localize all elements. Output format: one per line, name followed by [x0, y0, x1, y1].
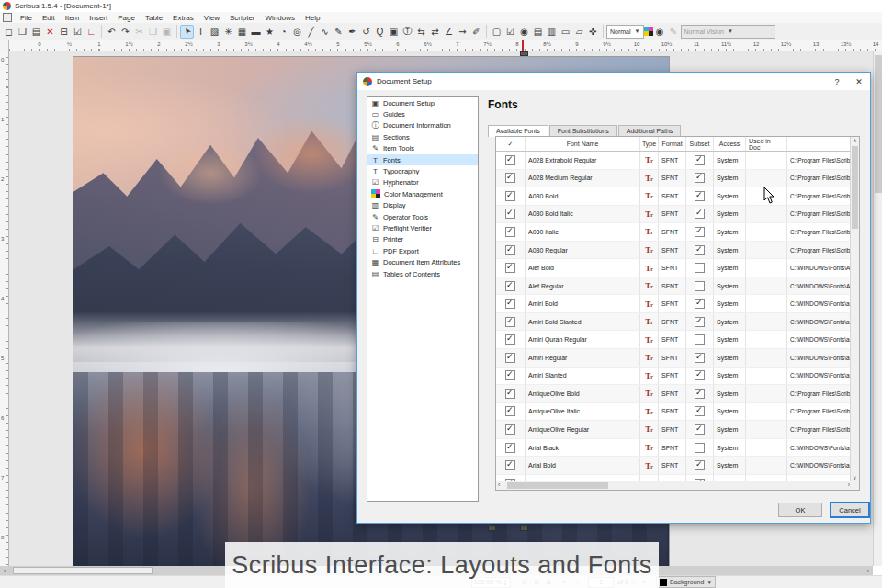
font-subset-checkbox[interactable]: [695, 317, 705, 327]
horizontal-ruler[interactable]: 0½11½22½33½44½55½66½77½88½99½1010½1111½1…: [9, 40, 882, 51]
sidebar-item-typography[interactable]: TTypography: [368, 165, 478, 176]
insert-render-frame-icon[interactable]: ✳: [221, 25, 235, 39]
font-enabled-cell[interactable]: [496, 385, 526, 402]
sidebar-item-item-tools[interactable]: ✎Item Tools: [368, 143, 478, 154]
font-subset-cell[interactable]: [686, 457, 714, 474]
font-subset-checkbox[interactable]: [695, 245, 705, 255]
link-text-frames-icon[interactable]: ⇆: [414, 25, 428, 39]
sidebar-item-color-management[interactable]: Color Management: [368, 188, 478, 199]
font-subset-checkbox[interactable]: [695, 209, 705, 219]
table-row[interactable]: AntiqueOlive RegularTrSFNTSystemC:\Progr…: [496, 421, 859, 439]
font-enabled-checkbox[interactable]: [505, 227, 515, 237]
ruler-origin-corner[interactable]: [0, 40, 9, 51]
font-enabled-checkbox[interactable]: [505, 281, 515, 291]
font-subset-checkbox[interactable]: [695, 406, 705, 416]
unlink-text-frames-icon[interactable]: ⇄: [428, 25, 442, 39]
table-vscroll-thumb[interactable]: [852, 146, 858, 229]
table-row[interactable]: AntiqueOlive ItalicTrSFNTSystemC:\Progra…: [496, 403, 859, 422]
table-row[interactable]: A028 Extrabold RegularTrSFNTSystemC:\Pro…: [496, 152, 859, 170]
zoom-icon[interactable]: Q: [373, 25, 387, 39]
table-row[interactable]: Arial BlackTrSFNTSystemC:\WINDOWS\Fonts\…: [496, 439, 859, 458]
redo-icon[interactable]: ↷: [119, 25, 132, 39]
column-header-Access[interactable]: Access: [714, 137, 746, 151]
font-enabled-cell[interactable]: [496, 295, 526, 312]
table-row[interactable]: Amiri Quran RegularTrSFNTSystemC:\WINDOW…: [496, 331, 859, 349]
column-header-Format[interactable]: Format: [659, 137, 686, 151]
font-enabled-cell[interactable]: [496, 331, 526, 348]
insert-calligraphic-line-icon[interactable]: ✒: [345, 25, 359, 39]
font-enabled-checkbox[interactable]: [505, 389, 515, 399]
insert-bezier-curve-icon[interactable]: ∿: [318, 25, 332, 39]
font-enabled-cell[interactable]: [496, 187, 526, 205]
font-subset-checkbox[interactable]: [695, 227, 705, 237]
font-subset-checkbox[interactable]: [695, 460, 705, 470]
dialog-help-button[interactable]: ?: [826, 73, 848, 90]
pdf-radio-button-icon[interactable]: ◉: [517, 25, 531, 39]
font-subset-cell[interactable]: [686, 331, 714, 348]
menu-view[interactable]: View: [199, 14, 224, 22]
font-enabled-cell[interactable]: [496, 259, 526, 277]
table-row[interactable]: A028 Medium RegularTrSFNTSystemC:\Progra…: [496, 170, 859, 188]
font-enabled-checkbox[interactable]: [505, 155, 515, 165]
insert-freehand-line-icon[interactable]: ✎: [332, 25, 345, 39]
scroll-right-icon[interactable]: ›: [864, 566, 873, 575]
font-subset-checkbox[interactable]: [695, 281, 705, 291]
font-subset-cell[interactable]: [686, 242, 714, 259]
font-subset-cell[interactable]: [686, 368, 714, 385]
sidebar-item-printer[interactable]: ⊟Printer: [368, 234, 478, 245]
sidebar-item-hyphenator[interactable]: ☑Hyphenator: [368, 177, 478, 188]
horizontal-scrollbar-thumb[interactable]: [13, 567, 153, 574]
cut-icon[interactable]: ✂: [132, 25, 146, 39]
table-vertical-scrollbar[interactable]: ∧∨: [850, 137, 859, 490]
table-row[interactable]: Alef RegularTrSFNTSystemC:\WINDOWS\Fonts…: [496, 277, 859, 296]
font-enabled-checkbox[interactable]: [505, 209, 515, 219]
font-enabled-cell[interactable]: [496, 349, 526, 367]
menu-file[interactable]: File: [16, 14, 37, 22]
menu-insert[interactable]: Insert: [85, 14, 112, 22]
insert-polygon-icon[interactable]: ★: [263, 25, 277, 39]
font-subset-checkbox[interactable]: [695, 173, 705, 183]
column-header-Used in Doc[interactable]: Used in Doc: [746, 137, 787, 151]
font-subset-checkbox[interactable]: [695, 263, 705, 273]
font-enabled-cell[interactable]: [496, 439, 526, 457]
sidebar-item-guides[interactable]: ▭Guides: [368, 108, 478, 119]
menu-item[interactable]: Item: [61, 14, 85, 22]
table-row[interactable]: A030 BoldTrSFNTSystemC:\Program Files\Sc…: [496, 187, 859, 206]
table-row[interactable]: AntiqueOlive BoldTrSFNTSystemC:\Program …: [496, 385, 859, 403]
sidebar-item-document-information[interactable]: ⓘDocument Information: [368, 120, 478, 131]
vertical-scrollbar[interactable]: [873, 51, 882, 566]
menu-help[interactable]: Help: [300, 14, 324, 22]
insert-line-icon[interactable]: ╱: [304, 25, 318, 39]
font-enabled-cell[interactable]: [496, 277, 526, 295]
font-enabled-checkbox[interactable]: [505, 443, 515, 453]
table-row[interactable]: Amiri BoldTrSFNTSystemC:\WINDOWS\Fonts\a…: [496, 295, 859, 313]
font-enabled-cell[interactable]: [496, 403, 526, 421]
table-row[interactable]: A030 ItalicTrSFNTSystemC:\Program Files\…: [496, 223, 859, 242]
scroll-left-icon[interactable]: ‹: [0, 566, 9, 575]
font-enabled-checkbox[interactable]: [505, 460, 515, 470]
font-enabled-cell[interactable]: [496, 313, 526, 331]
tab-font-substitutions[interactable]: Font Substitutions: [549, 125, 617, 136]
print-document-icon[interactable]: ⊟: [57, 25, 71, 39]
font-enabled-checkbox[interactable]: [505, 370, 515, 380]
edit-in-preview-icon[interactable]: ✎: [667, 25, 681, 39]
menu-table[interactable]: Table: [141, 14, 167, 22]
font-enabled-checkbox[interactable]: [505, 317, 515, 327]
font-subset-checkbox[interactable]: [695, 353, 705, 363]
rotate-item-icon[interactable]: ↺: [359, 25, 373, 39]
scroll-right-icon[interactable]: ›: [848, 481, 850, 488]
measurements-icon[interactable]: ∠: [442, 25, 456, 39]
font-enabled-cell[interactable]: [496, 457, 526, 474]
insert-text-frame-icon[interactable]: T: [194, 25, 208, 39]
pdf-push-button-icon[interactable]: ▢: [490, 25, 503, 39]
font-subset-cell[interactable]: [686, 223, 714, 241]
chevron-down-icon[interactable]: ▼: [707, 580, 712, 585]
undo-icon[interactable]: ↶: [105, 25, 119, 39]
font-subset-cell[interactable]: [686, 187, 714, 205]
table-row[interactable]: A030 RegularTrSFNTSystemC:\Program Files…: [496, 242, 859, 260]
font-subset-checkbox[interactable]: [695, 191, 705, 201]
pdf-link-icon[interactable]: ✜: [586, 25, 600, 39]
column-header-Subset[interactable]: Subset: [686, 137, 714, 151]
insert-table-icon[interactable]: ▦: [235, 25, 249, 39]
edit-text-story-editor-icon[interactable]: Ⓣ: [401, 25, 414, 39]
